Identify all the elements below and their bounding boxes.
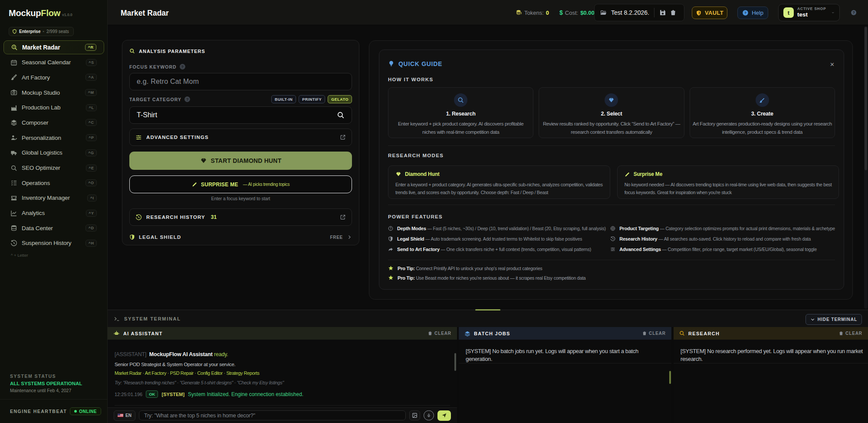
svg-text:?: ?	[744, 11, 746, 15]
